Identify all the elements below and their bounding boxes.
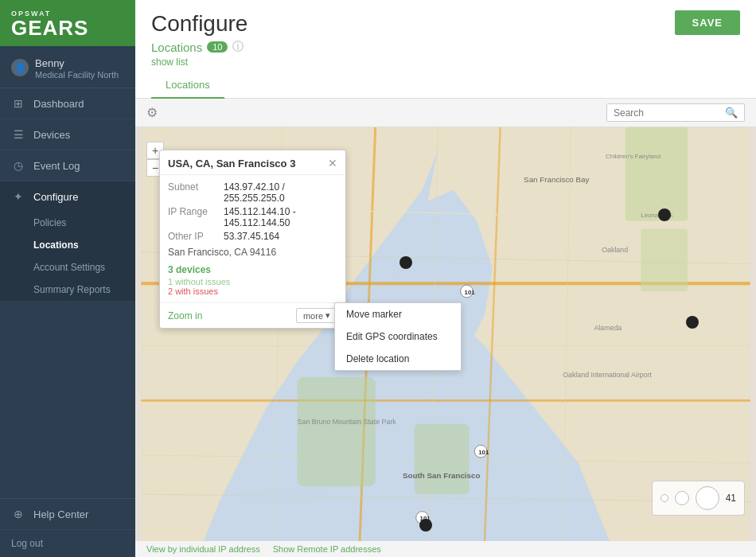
show-list-link[interactable]: show list [151, 56, 188, 68]
help-icon: ⊕ [11, 508, 25, 520]
tabs-row: Locations [151, 72, 740, 98]
show-remote-ip-link[interactable]: Show Remote IP addresses [273, 544, 381, 554]
map-legend: 41 [652, 481, 745, 516]
other-ip-value: 53.37.45.164 [224, 231, 279, 242]
page-title: Configure [151, 11, 247, 37]
legend-circle-small [661, 494, 668, 502]
subnet-value: 143.97.42.10 / 255.255.255.0 [224, 181, 337, 204]
other-ip-label: Other IP [168, 231, 219, 242]
devices-icon: ☰ [11, 128, 25, 141]
legend-value: 41 [726, 493, 736, 504]
svg-text:Oakland: Oakland [602, 246, 628, 254]
marker-3[interactable] [658, 208, 671, 221]
tab-locations[interactable]: Locations [151, 72, 224, 99]
user-facility: Medical Facility North [35, 70, 119, 80]
logo-opswat: OPSWAT [11, 10, 124, 18]
sidebar-dashboard-label: Dashboard [33, 98, 84, 110]
marker-5[interactable] [419, 519, 432, 532]
svg-text:Alameda: Alameda [594, 324, 622, 332]
user-section: 👤 Benny Medical Facility North [0, 46, 135, 88]
svg-rect-18 [298, 377, 376, 486]
breadcrumb: Locations 10 ⓘ [151, 40, 740, 54]
location-popup: USA, CA, San Francisco 3 ✕ Subnet 143.97… [159, 150, 346, 329]
sidebar-devices-label: Devices [33, 129, 70, 141]
legend-circle-large [696, 486, 719, 510]
save-button[interactable]: SAVE [675, 10, 740, 35]
popup-more-button[interactable]: more ▾ [296, 308, 337, 323]
breadcrumb-locations: Locations [151, 41, 202, 54]
sidebar-item-help[interactable]: ⊕ Help Center [0, 499, 135, 530]
search-button[interactable]: 🔍 [725, 107, 738, 119]
context-menu: Move marker Edit GPS coordinates Delete … [334, 302, 462, 371]
eventlog-icon: ◷ [11, 159, 25, 172]
svg-text:101: 101 [465, 289, 476, 296]
context-move-marker[interactable]: Move marker [335, 303, 461, 325]
subnet-label: Subnet [168, 181, 219, 204]
dashboard-icon: ⊞ [11, 97, 25, 110]
popup-close-button[interactable]: ✕ [328, 157, 337, 169]
svg-text:101: 101 [478, 449, 489, 456]
configure-section: ✦ Configure Policies Locations Account S… [0, 181, 135, 301]
configure-sub-nav: Policies Locations Account Settings Summ… [0, 212, 135, 301]
info-icon: ⓘ [232, 40, 244, 54]
svg-text:South San Francisco: South San Francisco [403, 472, 480, 481]
popup-zoom-link[interactable]: Zoom in [168, 310, 202, 321]
sidebar-item-dashboard[interactable]: ⊞ Dashboard [0, 88, 135, 119]
view-individual-ip-link[interactable]: View by individual IP address [146, 544, 260, 554]
sidebar-item-locations[interactable]: Locations [0, 234, 135, 256]
sidebar-item-devices[interactable]: ☰ Devices [0, 119, 135, 150]
sidebar-item-summary-reports[interactable]: Summary Reports [0, 278, 135, 301]
search-box: 🔍 [606, 103, 745, 122]
popup-devices: 3 devices [168, 264, 337, 275]
help-label: Help Center [33, 508, 88, 520]
logo-area: OPSWAT GEARS [0, 0, 135, 46]
svg-text:Children's Fairyland: Children's Fairyland [606, 153, 661, 160]
ip-range-value: 145.112.144.10 - 145.112.144.50 [224, 206, 337, 228]
marker-2[interactable] [399, 256, 412, 269]
ip-range-label: IP Range [168, 206, 219, 228]
sidebar-item-policies[interactable]: Policies [0, 212, 135, 234]
map-footer: View by individual IP address Show Remot… [135, 541, 756, 557]
svg-text:San Bruno Mountain State Park: San Bruno Mountain State Park [298, 418, 397, 426]
sidebar-item-event-log[interactable]: ◷ Event Log [0, 150, 135, 181]
popup-title: USA, CA, San Francisco 3 [168, 158, 295, 169]
logo-gears: GEARS [11, 18, 124, 38]
map-container: San Francisco Bay Oakland Alameda Oaklan… [135, 127, 756, 541]
search-input[interactable] [614, 107, 725, 119]
sidebar-item-account-settings[interactable]: Account Settings [0, 256, 135, 278]
sidebar: OPSWAT GEARS 👤 Benny Medical Facility No… [0, 0, 135, 557]
main-content: Configure SAVE Locations 10 ⓘ show list … [135, 0, 756, 557]
sidebar-item-configure[interactable]: ✦ Configure [0, 181, 135, 212]
svg-rect-16 [625, 127, 688, 221]
breadcrumb-count: 10 [207, 41, 228, 53]
popup-address: San Francisco, CA 94116 [168, 247, 337, 258]
svg-rect-19 [415, 424, 470, 494]
map-toolbar: ⚙ 🔍 [135, 99, 756, 127]
top-bar: Configure SAVE Locations 10 ⓘ show list … [135, 0, 756, 99]
settings-icon[interactable]: ⚙ [146, 105, 158, 120]
legend-circle-medium [675, 491, 689, 505]
help-section: ⊕ Help Center Log out [0, 498, 135, 557]
popup-with-issues: 2 with issues [168, 286, 337, 296]
user-avatar: 👤 [11, 59, 29, 76]
context-delete-location[interactable]: Delete location [335, 348, 461, 370]
configure-label: Configure [33, 191, 78, 203]
popup-without-issues: 1 without issues [168, 277, 337, 286]
svg-text:Oakland International Airport: Oakland International Airport [563, 371, 652, 379]
marker-4[interactable] [686, 316, 699, 329]
configure-icon: ✦ [11, 190, 25, 203]
user-name: Benny [35, 57, 119, 69]
sidebar-eventlog-label: Event Log [33, 160, 80, 172]
svg-rect-17 [641, 229, 688, 291]
logout-button[interactable]: Log out [0, 530, 135, 557]
svg-text:San Francisco Bay: San Francisco Bay [524, 175, 589, 184]
context-edit-gps[interactable]: Edit GPS coordinates [335, 325, 461, 348]
